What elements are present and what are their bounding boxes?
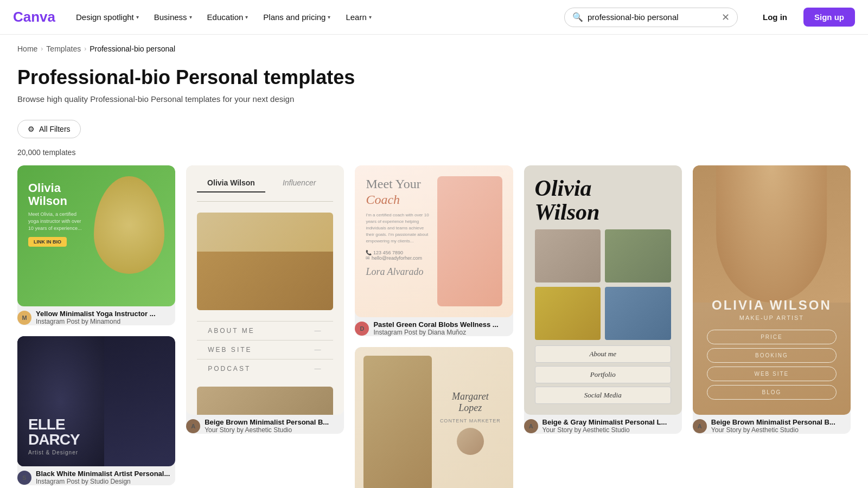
card-type-author: Your Story by Aesthetic Studio	[711, 426, 835, 434]
chevron-down-icon: ▾	[245, 14, 248, 20]
chevron-down-icon: ▾	[328, 14, 330, 20]
chevron-down-icon: ▾	[189, 14, 192, 20]
author-avatar: D	[355, 322, 369, 336]
card-title: Beige Brown Minimalist Personal B...	[711, 418, 835, 426]
card-title: Pastel Green Coral Blobs Wellness ...	[373, 320, 498, 329]
card-title: Black White Minimalist Artist Personal..…	[36, 470, 170, 478]
author-avatar: S	[17, 471, 31, 485]
page-description: Browse high quality Professional-bio Per…	[17, 94, 851, 104]
logo[interactable]: Canva	[13, 9, 56, 26]
card-title: Beige & Gray Minimalist Personal L...	[542, 418, 667, 426]
card-type-author: Instagram Post by Minamond	[36, 318, 156, 325]
breadcrumb-current: Professional-bio personal	[90, 44, 175, 53]
template-card[interactable]: OLIVIA WILSON MAKE-UP ARTIST PRICE BOOKI…	[693, 165, 851, 434]
signup-button[interactable]: Sign up	[803, 8, 855, 27]
author-avatar: A	[524, 419, 538, 433]
page-header: Professional-bio Personal templates Brow…	[0, 53, 868, 110]
breadcrumb-home[interactable]: Home	[17, 44, 37, 53]
page-title: Professional-bio Personal templates	[17, 66, 851, 89]
template-card[interactable]: ELLEDARCY Artist & Designer S Black Whit…	[17, 336, 175, 485]
card-type-author: Instagram Post by Studio Design	[36, 478, 170, 485]
auth-buttons: Log in Sign up	[752, 8, 855, 27]
template-column-4: OliviaWilson About me Portfolio Social M…	[524, 165, 682, 488]
card-type-author: Instagram Post by Diana Muñoz	[373, 329, 498, 336]
template-column-1: OliviaWilson Meet Olivia, a certified yo…	[17, 165, 175, 488]
login-button[interactable]: Log in	[752, 8, 798, 26]
breadcrumb: Home › Templates › Professional-bio pers…	[0, 35, 868, 53]
template-card[interactable]: OliviaWilson Meet Olivia, a certified yo…	[17, 165, 175, 325]
template-column-2: Olivia Wilson Influencer ABOUT ME— WEB S…	[186, 165, 344, 488]
template-card[interactable]: OliviaWilson About me Portfolio Social M…	[524, 165, 682, 434]
nav-business[interactable]: Business ▾	[148, 8, 199, 26]
breadcrumb-templates[interactable]: Templates	[46, 44, 81, 53]
clear-search-button[interactable]: ✕	[722, 11, 730, 23]
search-icon: 🔍	[572, 12, 583, 22]
card-author-5: S Black White Minimalist Artist Personal…	[17, 470, 175, 485]
card-type-author: Your Story by Aesthetic Studio	[205, 426, 329, 434]
nav-plans-pricing[interactable]: Plans and pricing ▾	[257, 8, 337, 26]
template-column-3: Meet YourCoach I'm a certified coach wit…	[355, 165, 513, 488]
svg-text:Canva: Canva	[13, 9, 56, 25]
nav-label: Design spotlight	[76, 12, 134, 22]
search-container: 🔍 ✕	[564, 8, 738, 27]
breadcrumb-separator: ›	[84, 45, 86, 53]
author-avatar: M	[17, 311, 31, 325]
nav-menu: Design spotlight ▾ Business ▾ Education …	[69, 8, 378, 26]
navigation: Canva Design spotlight ▾ Business ▾ Educ…	[0, 0, 868, 35]
filter-icon: ⚙	[28, 125, 35, 133]
template-count: 20,000 templates	[0, 146, 868, 165]
template-card[interactable]: Meet YourCoach I'm a certified coach wit…	[355, 165, 513, 336]
author-avatar: A	[186, 419, 200, 433]
card-author-1: M Yellow Minimalist Yoga Instructor ... …	[17, 310, 175, 325]
all-filters-button[interactable]: ⚙ All Filters	[17, 120, 81, 138]
breadcrumb-separator: ›	[41, 45, 43, 53]
filters-bar: ⚙ All Filters	[0, 110, 868, 146]
template-grid: OliviaWilson Meet Olivia, a certified yo…	[0, 165, 868, 488]
card-title: Yellow Minimalist Yoga Instructor ...	[36, 310, 156, 318]
card-type-author: Your Story by Aesthetic Studio	[542, 426, 667, 434]
filter-label: All Filters	[39, 125, 71, 133]
card-author-7: A Beige Brown Minimalist Personal B... Y…	[693, 418, 851, 434]
card-author-4: A Beige & Gray Minimalist Personal L... …	[524, 418, 682, 434]
search-bar: 🔍 ✕	[564, 8, 738, 27]
nav-education[interactable]: Education ▾	[201, 8, 255, 26]
search-input[interactable]	[588, 12, 718, 22]
nav-label: Plans and pricing	[263, 12, 326, 22]
template-card[interactable]: MargaretLopez CONTENT MARKETER C Beige M…	[355, 347, 513, 488]
author-avatar: A	[693, 419, 707, 433]
template-card[interactable]: Olivia Wilson Influencer ABOUT ME— WEB S…	[186, 165, 344, 434]
card-author-2: A Beige Brown Minimalist Personal B... Y…	[186, 418, 344, 434]
card-title: Beige Brown Minimalist Personal B...	[205, 418, 329, 426]
card-author-3: D Pastel Green Coral Blobs Wellness ... …	[355, 320, 513, 336]
nav-design-spotlight[interactable]: Design spotlight ▾	[69, 8, 145, 26]
nav-label: Learn	[346, 12, 366, 22]
nav-label: Business	[154, 12, 187, 22]
chevron-down-icon: ▾	[136, 14, 139, 20]
template-column-5: OLIVIA WILSON MAKE-UP ARTIST PRICE BOOKI…	[693, 165, 851, 488]
nav-learn[interactable]: Learn ▾	[339, 8, 378, 26]
nav-label: Education	[207, 12, 244, 22]
chevron-down-icon: ▾	[369, 14, 372, 20]
